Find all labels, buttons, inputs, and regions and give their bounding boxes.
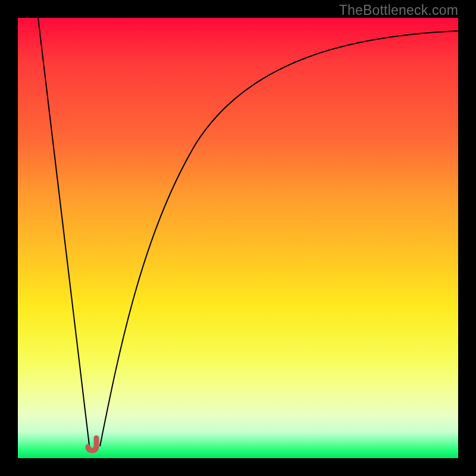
curve-left	[38, 18, 89, 445]
curve-right	[100, 31, 458, 446]
plot-area	[18, 18, 458, 458]
watermark-text: TheBottleneck.com	[339, 2, 458, 18]
chart-frame: TheBottleneck.com	[0, 0, 476, 476]
curve-layer	[18, 18, 458, 458]
